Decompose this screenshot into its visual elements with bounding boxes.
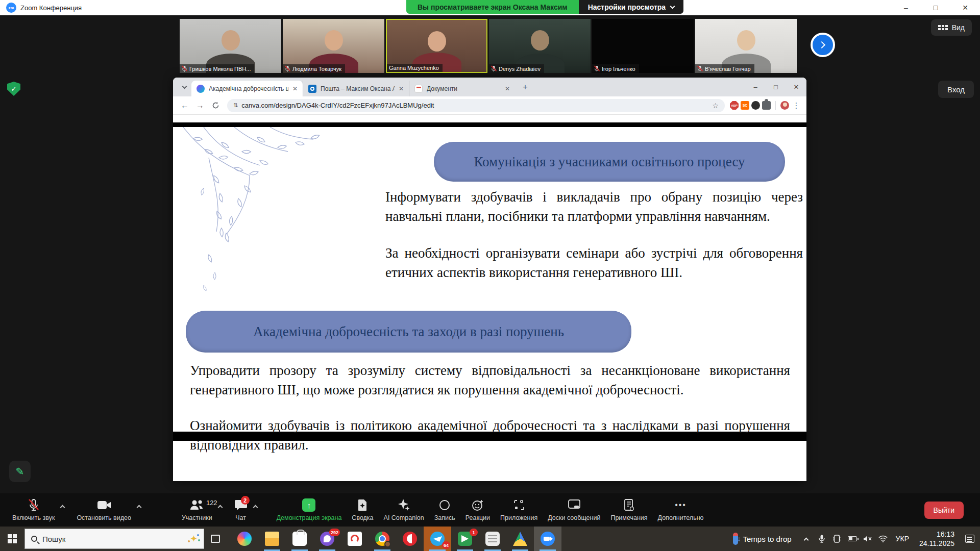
tray-battery-icon[interactable]	[845, 527, 860, 551]
slide-heading-1: Комунікація з учасниками освітнього проц…	[434, 142, 785, 182]
annotate-pencil-button[interactable]: ✎	[9, 461, 31, 482]
slide-paragraph-1: Інформувати здобувачів і викладачів про …	[385, 187, 803, 226]
back-button[interactable]: ←	[178, 99, 191, 112]
taskbar-drive-icon[interactable]	[506, 527, 534, 551]
viewing-screen-banner: Вы просматриваете экран Оксана Максим	[406, 0, 579, 14]
stop-video-button[interactable]: Остановить видео	[71, 496, 136, 523]
canva-favicon	[197, 85, 205, 93]
site-settings-icon[interactable]: ⇅	[233, 102, 237, 109]
taskbar-green-app-icon[interactable]: 1	[451, 527, 479, 551]
tray-wifi-icon[interactable]	[875, 527, 891, 551]
new-tab-button[interactable]: +	[518, 80, 532, 94]
notes-button[interactable]: Примечания	[605, 496, 652, 523]
participant-name: Denys Zhadiaiev	[499, 66, 541, 72]
participant-tile-active-speaker[interactable]: Ganna Muzychenko	[386, 19, 487, 73]
action-center-button[interactable]	[960, 527, 980, 551]
extensions-puzzle-icon[interactable]	[762, 101, 771, 110]
next-participants-button[interactable]	[811, 33, 835, 57]
browser-close-button[interactable]: ✕	[786, 83, 806, 91]
profile-avatar-icon[interactable]	[780, 101, 789, 110]
dark-extension-icon[interactable]	[751, 101, 760, 110]
apps-button[interactable]: Приложения	[495, 496, 543, 523]
taskbar-search-input[interactable]: Пошук ✦	[24, 529, 204, 549]
hidden-icons-chevron[interactable]	[799, 527, 814, 551]
view-settings-dropdown[interactable]: Настройки просмотра	[579, 0, 683, 14]
tray-volume-muted-icon[interactable]	[860, 527, 875, 551]
tab-close-icon[interactable]: ✕	[399, 85, 404, 92]
language-indicator[interactable]: УКР	[891, 535, 914, 543]
start-button[interactable]	[0, 527, 24, 551]
camera-icon	[97, 500, 111, 510]
tab-close-icon[interactable]: ✕	[292, 85, 298, 92]
wisteria-leaves-decoration	[173, 127, 367, 295]
security-shield-icon[interactable]: ✓	[7, 82, 20, 96]
taskbar-viber-icon[interactable]: 292	[313, 527, 341, 551]
participant-tile[interactable]: Ігор Ільченко	[592, 19, 694, 73]
record-button[interactable]: Запись	[429, 496, 460, 523]
sc-extension-icon[interactable]: SC	[741, 101, 749, 110]
tab-mail[interactable]: Пошта – Максим Оксана Ана ✕	[303, 81, 409, 96]
participants-button[interactable]: Участники 122	[177, 496, 217, 523]
tab-close-icon[interactable]: ✕	[505, 85, 510, 92]
browser-content: Комунікація з учасниками освітнього проц…	[173, 115, 806, 481]
maximize-button[interactable]: □	[921, 0, 950, 15]
minimize-button[interactable]: –	[891, 0, 921, 15]
whiteboards-button[interactable]: Доски сообщений	[543, 496, 605, 523]
participants-count: 122	[206, 499, 217, 507]
tab-canva[interactable]: Академічна доброчесність ци ✕	[191, 81, 303, 96]
clock[interactable]: 16:13 24.11.2025	[914, 530, 960, 548]
tab-search-button[interactable]	[177, 80, 191, 94]
participant-tile[interactable]: Людмила Токарчук	[283, 19, 384, 73]
participant-name: В'ячеслав Гончар	[705, 66, 751, 72]
task-view-button[interactable]	[204, 527, 227, 551]
taskbar-telegram-icon[interactable]: 64	[424, 527, 451, 551]
participant-tile[interactable]: Denys Zhadiaiev	[489, 19, 591, 73]
search-icon	[31, 536, 37, 542]
browser-minimize-button[interactable]: –	[745, 83, 766, 91]
audio-options-chevron[interactable]	[61, 502, 64, 511]
participants-options-chevron[interactable]	[218, 502, 222, 511]
taskbar-file-explorer-icon[interactable]	[258, 527, 286, 551]
bookmark-star-icon[interactable]: ☆	[712, 102, 719, 110]
taskbar-chrome-icon[interactable]	[369, 527, 396, 551]
ai-companion-button[interactable]: AI Companion	[379, 496, 429, 523]
summary-doc-icon	[357, 499, 368, 511]
chat-options-chevron[interactable]	[254, 502, 257, 511]
tray-mic-icon[interactable]	[814, 527, 829, 551]
weather-widget[interactable]: Temps to drop	[726, 527, 799, 551]
taskbar-zoom-icon[interactable]	[534, 527, 561, 551]
unmute-button[interactable]: Включить звук	[7, 496, 60, 523]
slide-paragraph-2: За необхідності організувати семінари аб…	[385, 243, 803, 282]
summary-button[interactable]: Сводка	[347, 496, 378, 523]
browser-maximize-button[interactable]: □	[766, 83, 786, 91]
taskbar-acrobat-icon[interactable]	[341, 527, 369, 551]
taskbar-red-browser-icon[interactable]	[396, 527, 424, 551]
sign-in-button[interactable]: Вход	[938, 81, 974, 98]
zoom-app-icon: zm	[6, 3, 16, 13]
reactions-button[interactable]: Реакции	[460, 496, 495, 523]
divider	[775, 101, 776, 110]
participant-tile[interactable]: Гришков Микола ПВН...	[180, 19, 281, 73]
thermometer-icon	[733, 533, 738, 545]
taskbar-notes-icon[interactable]	[479, 527, 506, 551]
letterbox-bar	[173, 122, 806, 127]
leave-meeting-button[interactable]: Выйти	[924, 502, 964, 519]
view-button[interactable]: Вид	[931, 19, 972, 36]
adblock-extension-icon[interactable]: ABP	[730, 101, 739, 110]
taskbar-copilot-icon[interactable]	[231, 527, 258, 551]
taskbar-store-icon[interactable]	[286, 527, 313, 551]
close-button[interactable]: ✕	[950, 0, 980, 15]
tab-documents[interactable]: Документи ✕	[409, 81, 515, 96]
address-bar[interactable]: ⇅ canva.com/design/DAG4k-CrdIY/cd2FzcEFx…	[227, 99, 725, 112]
video-options-chevron[interactable]	[137, 502, 141, 511]
chat-button[interactable]: Чат 2	[229, 496, 253, 523]
browser-menu-icon[interactable]: ⋮	[791, 101, 801, 110]
more-button[interactable]: ••• Дополнительно	[653, 496, 709, 523]
tray-cast-icon[interactable]	[829, 527, 845, 551]
forward-button[interactable]: →	[193, 99, 207, 112]
share-screen-button[interactable]: ↑ Демонстрация экрана	[272, 496, 347, 523]
participant-tile[interactable]: В'ячеслав Гончар	[695, 19, 797, 73]
chevron-right-icon	[818, 41, 825, 48]
gallery-view-icon	[938, 25, 948, 30]
reload-button[interactable]	[209, 99, 222, 112]
